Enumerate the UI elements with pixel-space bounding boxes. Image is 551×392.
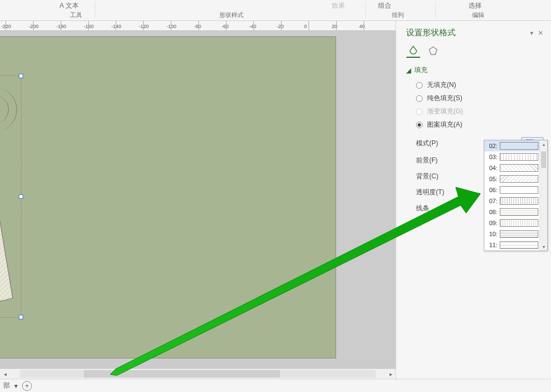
ruler-tick-label: -120 <box>139 24 149 29</box>
fill-line-tab-icon[interactable] <box>406 43 420 58</box>
pattern-option-11[interactable]: 11: <box>484 239 547 251</box>
pattern-swatch-icon <box>500 175 538 183</box>
ruler-tick-label: -160 <box>84 24 94 29</box>
pattern-swatch-icon <box>500 186 538 194</box>
pattern-option-label: 03: <box>487 154 498 160</box>
shape-selection[interactable] <box>0 75 21 318</box>
ruler-tick-label: -100 <box>166 24 176 29</box>
antenna-cone <box>0 179 15 306</box>
radio-label: 图案填充(A) <box>427 120 462 129</box>
field-label: 前景(F) <box>416 156 437 165</box>
ribbon-group-shape-styles: 形状样式 <box>209 11 253 19</box>
scroll-thumb[interactable] <box>84 370 279 378</box>
ruler-tick-label: -200 <box>29 24 39 29</box>
add-page-button[interactable]: + <box>22 381 32 391</box>
scroll-right-button[interactable]: ▸ <box>386 369 396 379</box>
collapse-icon: ◢ <box>406 67 411 74</box>
pattern-swatch-icon <box>500 230 538 238</box>
pattern-option-08[interactable]: 08: <box>484 206 547 217</box>
pattern-option-label: 10: <box>487 231 498 237</box>
radio-label: 纯色填充(S) <box>427 94 462 103</box>
resize-handle-ne[interactable] <box>19 74 23 78</box>
panel-title: 设置形状格式 <box>406 28 456 38</box>
ribbon-group-arrange: 排列 <box>387 11 409 19</box>
ruler-tick-label: -40 <box>249 24 256 29</box>
field-label: 背景(C) <box>416 172 439 181</box>
pattern-swatch-icon <box>500 241 538 249</box>
ruler-tick-label: -220 <box>1 24 11 29</box>
radio-icon <box>416 108 423 115</box>
radio-gradient-fill: 渐变填充(G) <box>416 107 543 116</box>
scroll-thumb[interactable] <box>541 151 546 168</box>
horizontal-scrollbar[interactable]: ◂ ▸ <box>0 369 396 379</box>
panel-options-icon[interactable]: ▾ <box>530 29 533 37</box>
field-label: 透明度(T) <box>416 188 444 197</box>
panel-close-icon[interactable]: ✕ <box>538 29 543 37</box>
scroll-down-icon[interactable]: ▾ <box>540 243 547 251</box>
pattern-option-label: 08: <box>487 209 498 215</box>
canvas-viewport[interactable] <box>0 31 396 369</box>
pattern-option-label: 02: <box>487 143 498 149</box>
radio-label: 渐变填充(G) <box>427 107 463 116</box>
scroll-track[interactable] <box>20 370 376 378</box>
pattern-swatch-icon <box>500 197 538 205</box>
ruler-tick-label: -180 <box>56 24 66 29</box>
radio-solid-fill[interactable]: 纯色填充(S) <box>416 94 543 103</box>
pattern-option-06[interactable]: 06: <box>484 184 547 195</box>
radio-icon <box>416 95 423 102</box>
pattern-option-label: 05: <box>487 176 498 182</box>
ribbon: A 文本 工具 形状样式 效果 组合 排列 选择 编辑 <box>0 0 551 21</box>
resize-handle-se[interactable] <box>19 315 23 319</box>
pattern-option-07[interactable]: 07: <box>484 195 547 206</box>
pattern-swatch-icon <box>500 153 538 161</box>
ruler-tick-label: -20 <box>277 24 284 29</box>
effects-tab-icon[interactable] <box>426 43 440 58</box>
pattern-swatch-icon <box>500 219 538 227</box>
scroll-left-button[interactable]: ◂ <box>0 369 10 379</box>
ribbon-text-button[interactable]: A 文本 <box>60 1 79 10</box>
pattern-option-03[interactable]: 03: <box>484 151 547 162</box>
status-label: 部 <box>3 381 10 390</box>
radio-no-fill[interactable]: 无填充(N) <box>416 80 543 90</box>
fill-section-label: 填充 <box>414 66 428 75</box>
radio-icon <box>416 122 423 128</box>
radio-icon <box>416 82 423 89</box>
pattern-option-label: 04: <box>487 165 498 171</box>
pattern-option-05[interactable]: 05: <box>484 173 547 184</box>
fill-type-radios: 无填充(N) 纯色填充(S) 渐变填充(G) 图案填充(A) <box>416 80 543 129</box>
ruler-tick-label: -140 <box>111 24 121 29</box>
pattern-swatch-icon <box>500 208 538 216</box>
ribbon-group-tools: 工具 <box>65 11 87 19</box>
ruler-tick-label: 0 <box>304 24 307 29</box>
ruler-tick-label: -60 <box>222 24 229 29</box>
pattern-option-09[interactable]: 09: <box>484 217 547 228</box>
pattern-swatch-icon <box>500 142 538 150</box>
status-dropdown-icon[interactable]: ▾ <box>14 382 18 390</box>
ruler-horizontal: -220-200-180-160-140-120-100-80-60-40-20… <box>0 21 396 31</box>
canvas-area: -220-200-180-160-140-120-100-80-60-40-20… <box>0 21 396 379</box>
resize-handle-e[interactable] <box>19 194 23 199</box>
scroll-up-icon[interactable]: ▴ <box>540 140 547 148</box>
pattern-option-10[interactable]: 10: <box>484 228 547 239</box>
drawing-page[interactable] <box>0 36 336 358</box>
ribbon-group-edit: 编辑 <box>467 11 489 19</box>
radio-label: 无填充(N) <box>427 80 456 90</box>
pattern-swatch-icon <box>500 164 538 172</box>
pattern-option-02[interactable]: 02: <box>484 140 547 151</box>
ribbon-combine-label[interactable]: 组合 <box>378 1 391 10</box>
pattern-option-label: 06: <box>487 187 498 193</box>
dropdown-scrollbar[interactable]: ▴ ▾ <box>539 140 547 251</box>
pattern-option-label: 09: <box>487 220 498 226</box>
pattern-option-04[interactable]: 04: <box>484 162 547 173</box>
ruler-tick-label: -80 <box>194 24 201 29</box>
ribbon-select-label[interactable]: 选择 <box>468 1 482 10</box>
pattern-option-label: 11: <box>487 242 498 248</box>
status-bar: 部 ▾ + <box>0 379 551 392</box>
pattern-option-label: 07: <box>487 198 498 204</box>
radio-pattern-fill[interactable]: 图案填充(A) <box>416 120 543 129</box>
pattern-dropdown-list[interactable]: 02:03:04:05:06:07:08:09:10:11: ▴ ▾ <box>484 140 548 251</box>
svg-marker-3 <box>429 47 437 55</box>
field-label: 模式(P) <box>416 139 438 148</box>
ribbon-effects-label: 效果 <box>332 1 345 10</box>
fill-section-header[interactable]: ◢ 填充 <box>406 66 543 75</box>
